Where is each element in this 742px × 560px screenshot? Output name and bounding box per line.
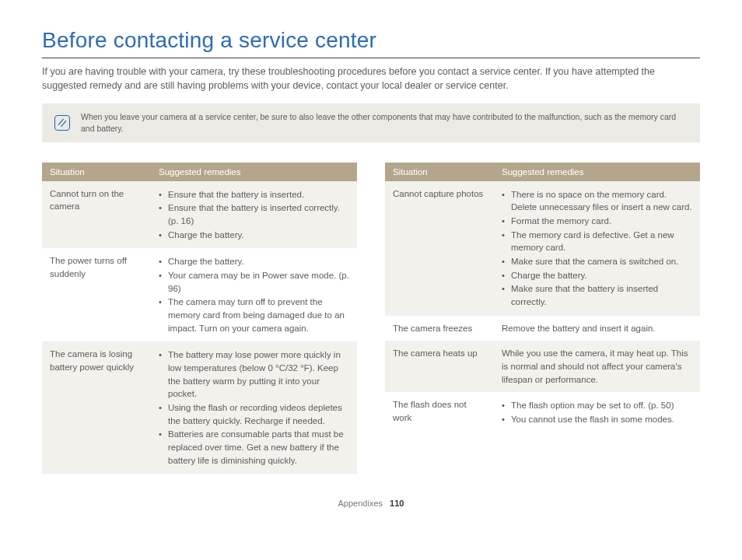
remedies-list: Charge the battery.Your camera may be in… [159, 255, 349, 334]
table-row: The camera freezesRemove the battery and… [385, 316, 700, 341]
col-header-situation: Situation [385, 163, 494, 181]
remedies-cell: The battery may lose power more quickly … [151, 341, 357, 474]
intro-text: If you are having trouble with your came… [42, 65, 700, 93]
note-text: When you leave your camera at a service … [81, 111, 688, 134]
remedy-item: Your camera may be in Power save mode. (… [159, 269, 349, 295]
remedies-list: The flash option may be set to off. (p. … [502, 399, 692, 425]
remedy-item: There is no space on the memory card. De… [502, 188, 692, 214]
remedy-item: The camera may turn off to prevent the m… [159, 296, 349, 334]
remedy-item: Batteries are consumable parts that must… [159, 428, 349, 467]
remedy-item: Charge the battery. [502, 269, 692, 282]
situation-cell: The flash does not work [385, 392, 494, 432]
note-box: When you leave your camera at a service … [42, 103, 700, 142]
remedies-list: The battery may lose power more quickly … [159, 348, 349, 467]
remedy-item: The battery may lose power more quickly … [159, 348, 349, 401]
table-row: Cannot capture photosThere is no space o… [385, 181, 700, 316]
table-row: Cannot turn on the cameraEnsure that the… [42, 181, 357, 249]
remedy-item: Ensure that the battery is inserted corr… [159, 201, 349, 227]
situation-cell: The camera is losing battery power quick… [42, 341, 151, 474]
situation-cell: Cannot turn on the camera [42, 181, 151, 249]
remedy-item: Charge the battery. [159, 229, 349, 242]
troubleshoot-table-left: Situation Suggested remedies Cannot turn… [42, 163, 357, 474]
remedies-cell: Remove the battery and insert it again. [494, 316, 700, 341]
note-icon [54, 115, 70, 131]
situation-cell: The camera heats up [385, 341, 494, 392]
remedies-cell: There is no space on the memory card. De… [494, 181, 700, 316]
right-column: Situation Suggested remedies Cannot capt… [385, 163, 700, 474]
remedy-item: The flash option may be set to off. (p. … [502, 399, 692, 412]
remedies-cell: Ensure that the battery is inserted.Ensu… [151, 181, 357, 249]
table-row: The power turns off suddenlyCharge the b… [42, 248, 357, 341]
remedy-item: Ensure that the battery is inserted. [159, 188, 349, 201]
page-title: Before contacting a service center [42, 28, 700, 58]
remedy-item: Make sure that the battery is inserted c… [502, 282, 692, 308]
remedies-cell: Charge the battery.Your camera may be in… [151, 248, 357, 341]
remedies-cell: The flash option may be set to off. (p. … [494, 392, 700, 432]
remedy-item: The memory card is defective. Get a new … [502, 229, 692, 254]
page-footer: Appendixes 110 [42, 499, 700, 508]
remedies-list: There is no space on the memory card. De… [502, 188, 692, 309]
table-row: The flash does not workThe flash option … [385, 392, 700, 432]
col-header-remedies: Suggested remedies [494, 163, 700, 181]
remedies-cell: While you use the camera, it may heat up… [494, 341, 700, 392]
remedy-item: You cannot use the flash in some modes. [502, 413, 692, 426]
col-header-remedies: Suggested remedies [151, 163, 357, 181]
footer-page-number: 110 [390, 499, 404, 508]
situation-cell: The power turns off suddenly [42, 248, 151, 341]
footer-section: Appendixes [338, 499, 383, 508]
situation-cell: Cannot capture photos [385, 181, 494, 316]
remedy-item: Charge the battery. [159, 255, 349, 268]
table-row: The camera is losing battery power quick… [42, 341, 357, 474]
remedy-item: Make sure that the camera is switched on… [502, 255, 692, 268]
table-row: The camera heats upWhile you use the cam… [385, 341, 700, 392]
left-column: Situation Suggested remedies Cannot turn… [42, 163, 357, 474]
remedies-list: Ensure that the battery is inserted.Ensu… [159, 188, 349, 242]
situation-cell: The camera freezes [385, 316, 494, 341]
col-header-situation: Situation [42, 163, 151, 181]
troubleshoot-table-right: Situation Suggested remedies Cannot capt… [385, 163, 700, 433]
remedy-item: Format the memory card. [502, 215, 692, 228]
remedy-item: Using the flash or recording videos depl… [159, 401, 349, 427]
